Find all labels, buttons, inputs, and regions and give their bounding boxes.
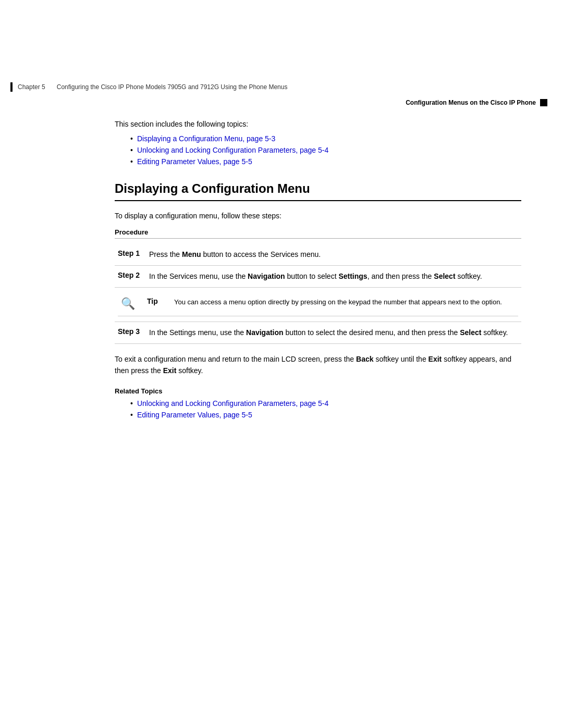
step-1-row: Step 1 Press the Menu button to access t… xyxy=(115,244,521,266)
exit-bold-back: Back xyxy=(356,355,373,363)
exit-bold-exit2: Exit xyxy=(163,366,177,375)
step-1-label: Step 1 xyxy=(115,244,146,266)
topic-links-list: Displaying a Configuration Menu, page 5-… xyxy=(130,134,521,166)
step-3-row: Step 3 In the Settings menu, use the Nav… xyxy=(115,322,521,344)
tip-cell: 🔍 Tip You can access a menu option direc… xyxy=(115,288,521,322)
chapter-label: Chapter 5 xyxy=(18,83,45,91)
step-1-content: Press the Menu button to access the Serv… xyxy=(146,244,521,266)
related-topics-label: Related Topics xyxy=(115,387,521,395)
exit-bold-exit1: Exit xyxy=(429,355,442,363)
header-right-title: Configuration Menus on the Cisco IP Phon… xyxy=(406,99,536,106)
step-3-bold-nav: Navigation xyxy=(246,328,284,337)
intro-text: This section includes the following topi… xyxy=(115,120,521,128)
tip-row: 🔍 Tip You can access a menu option direc… xyxy=(115,288,521,322)
section-heading: Displaying a Configuration Menu xyxy=(115,181,521,201)
tip-label-cell: Tip xyxy=(144,293,170,316)
procedure-label: Procedure xyxy=(115,228,521,236)
step-2-bold-settings: Settings xyxy=(338,272,367,280)
header-bar: Chapter 5 Configuring the Cisco IP Phone… xyxy=(0,78,563,96)
step-3-content: In the Settings menu, use the Navigation… xyxy=(146,322,521,344)
step-3-label: Step 3 xyxy=(115,322,146,344)
exit-text: To exit a configuration menu and return … xyxy=(115,353,521,377)
tip-text: You can access a menu option directly by… xyxy=(174,298,502,306)
related-list-item: Unlocking and Locking Configuration Para… xyxy=(130,399,521,408)
header-left: Chapter 5 Configuring the Cisco IP Phone… xyxy=(18,83,287,91)
header-left-bar xyxy=(10,82,13,92)
chapter-title: Configuring the Cisco IP Phone Models 79… xyxy=(57,83,288,91)
related-topics-list: Unlocking and Locking Configuration Para… xyxy=(130,399,521,419)
related-link-1[interactable]: Unlocking and Locking Configuration Para… xyxy=(137,399,328,408)
step-2-bold-nav: Navigation xyxy=(248,272,285,280)
header-right-container: Configuration Menus on the Cisco IP Phon… xyxy=(0,96,563,109)
topic-link-1[interactable]: Displaying a Configuration Menu, page 5-… xyxy=(137,134,275,143)
tip-icon-cell: 🔍 xyxy=(118,293,144,316)
content-area: This section includes the following topi… xyxy=(0,109,563,476)
topic-link-2[interactable]: Unlocking and Locking Configuration Para… xyxy=(137,146,328,154)
tip-text-cell: You can access a menu option directly by… xyxy=(170,293,518,316)
steps-table: Step 1 Press the Menu button to access t… xyxy=(115,244,521,344)
list-item: Editing Parameter Values, page 5-5 xyxy=(130,157,521,166)
related-list-item: Editing Parameter Values, page 5-5 xyxy=(130,411,521,419)
tip-label: Tip xyxy=(147,297,158,305)
list-item: Displaying a Configuration Menu, page 5-… xyxy=(130,134,521,143)
step-2-label: Step 2 xyxy=(115,266,146,288)
page-container: Chapter 5 Configuring the Cisco IP Phone… xyxy=(0,78,563,728)
step-2-bold-select: Select xyxy=(434,272,455,280)
step-3-bold-select: Select xyxy=(460,328,481,337)
header-right-square xyxy=(540,99,547,106)
tip-icon: 🔍 xyxy=(121,297,135,310)
step-2-content: In the Services menu, use the Navigation… xyxy=(146,266,521,288)
step-2-row: Step 2 In the Services menu, use the Nav… xyxy=(115,266,521,288)
procedure-divider xyxy=(115,238,521,239)
related-link-2[interactable]: Editing Parameter Values, page 5-5 xyxy=(137,411,252,419)
topic-link-3[interactable]: Editing Parameter Values, page 5-5 xyxy=(137,157,252,166)
section-intro: To display a configuration menu, follow … xyxy=(115,212,521,220)
list-item: Unlocking and Locking Configuration Para… xyxy=(130,146,521,154)
step-1-bold-menu: Menu xyxy=(182,250,201,258)
